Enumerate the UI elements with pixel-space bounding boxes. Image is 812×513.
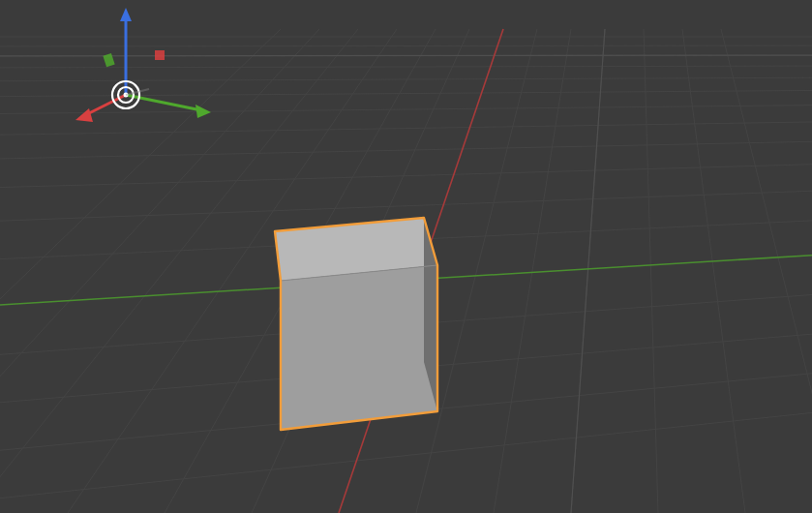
axis-z-arrow bbox=[120, 8, 132, 21]
orientation-gizmo[interactable] bbox=[0, 0, 812, 513]
axis-x-arrow bbox=[75, 108, 93, 122]
axis-y-arrow bbox=[195, 105, 211, 118]
gizmo-plane-yz[interactable] bbox=[155, 50, 165, 60]
viewport-3d[interactable] bbox=[0, 0, 812, 513]
gizmo-plane-xz[interactable] bbox=[103, 53, 114, 67]
